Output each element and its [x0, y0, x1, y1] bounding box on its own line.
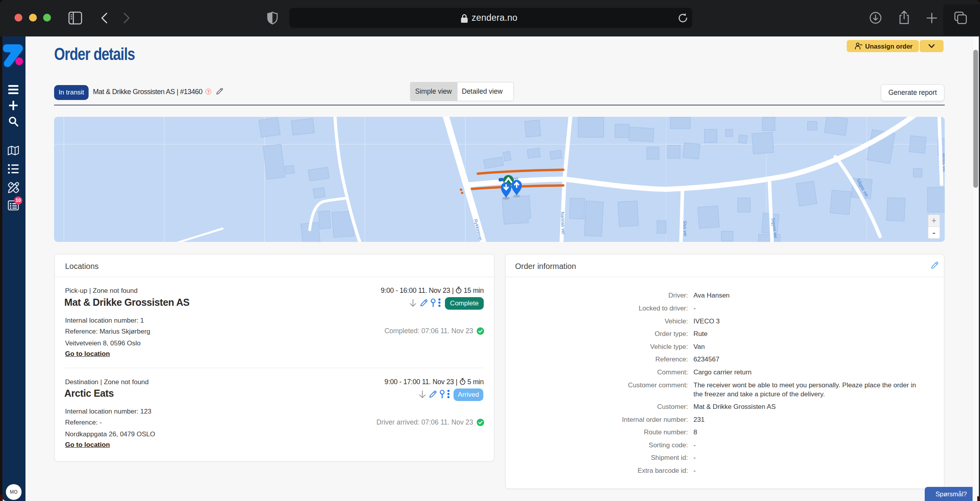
svg-text:Sivs vei: Sivs vei [682, 221, 688, 236]
svg-text:Nannas vei: Nannas vei [560, 212, 566, 234]
